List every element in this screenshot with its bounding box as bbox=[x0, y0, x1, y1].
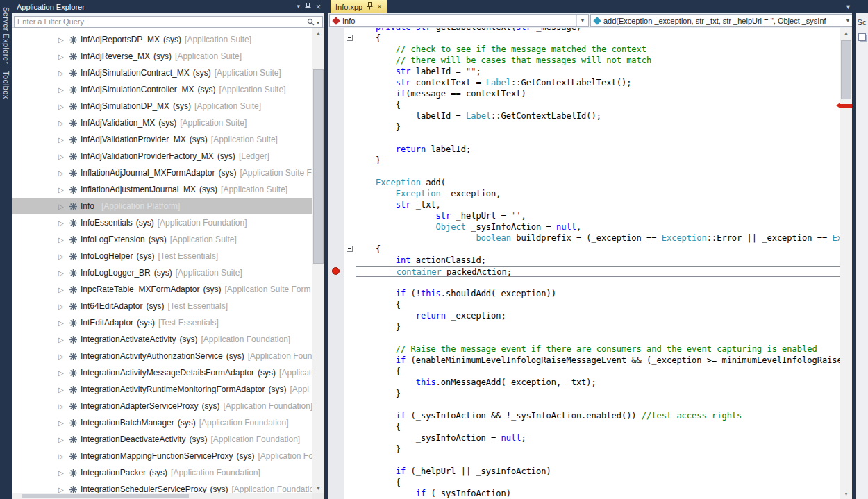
code-line[interactable]: str _helpUrl = '', bbox=[328, 210, 840, 221]
code-line[interactable]: Exception add( bbox=[328, 177, 840, 188]
tree-item[interactable]: ▷ InfAdjSimulationDP_MX (sys) [Applicati… bbox=[12, 98, 312, 115]
tree-item[interactable]: ▷ InfoLogHelper (sys) [Test Essentials] bbox=[12, 248, 312, 264]
code-line[interactable]: } bbox=[328, 321, 840, 332]
code-line[interactable]: if (_helpUrl || _sysInfoAction) bbox=[328, 466, 840, 477]
expand-arrow-icon[interactable]: ▷ bbox=[58, 386, 69, 394]
expand-arrow-icon[interactable]: ▷ bbox=[58, 86, 69, 94]
breakpoint-gutter[interactable] bbox=[328, 255, 344, 266]
breakpoint-gutter[interactable] bbox=[328, 466, 344, 477]
expand-arrow-icon[interactable]: ▷ bbox=[58, 286, 69, 294]
member-dropdown[interactable]: add(Exception _exception, str _txt, str … bbox=[590, 14, 854, 27]
fold-gutter[interactable] bbox=[344, 266, 356, 277]
fold-gutter[interactable] bbox=[344, 443, 356, 455]
fold-gutter[interactable] bbox=[344, 388, 356, 399]
breakpoint-gutter[interactable] bbox=[328, 199, 344, 210]
tree-item[interactable]: ▷ IntegrationActivityRuntimeMonitoringFo… bbox=[12, 381, 312, 398]
breakpoint-gutter[interactable] bbox=[328, 144, 344, 155]
tree-item[interactable]: ▷ InpcRateTable_MXFormAdaptor (sys) [App… bbox=[12, 281, 312, 298]
tab-info-xpp[interactable]: Info.xpp × bbox=[331, 0, 387, 13]
code-line[interactable]: Exception _exception, bbox=[328, 188, 840, 199]
breakpoint-gutter[interactable] bbox=[328, 399, 344, 410]
scroll-down-icon[interactable]: ▾ bbox=[312, 483, 324, 493]
window-position-icon[interactable]: ▾ bbox=[297, 3, 300, 10]
fold-gutter[interactable] bbox=[344, 332, 356, 344]
type-dropdown[interactable]: Info ▼ bbox=[329, 14, 589, 27]
fold-gutter[interactable] bbox=[344, 99, 356, 110]
tree-item[interactable]: ▷ IntEditAdaptor (sys) [Test Essentials] bbox=[12, 314, 312, 331]
code-line[interactable]: } bbox=[328, 388, 840, 399]
tree-item[interactable]: ▷ Info [Application Platform] bbox=[12, 198, 312, 214]
breakpoint-gutter[interactable] bbox=[328, 332, 344, 344]
code-line[interactable]: } bbox=[328, 121, 840, 133]
fold-gutter[interactable] bbox=[344, 321, 356, 332]
fold-gutter[interactable] bbox=[344, 166, 356, 177]
code-line[interactable]: { bbox=[328, 477, 840, 488]
code-line[interactable]: // Raise the message event if there are … bbox=[328, 344, 840, 355]
fold-gutter[interactable] bbox=[344, 244, 356, 255]
tab-server-explorer[interactable]: Server Explorer bbox=[2, 7, 10, 64]
breakpoint-gutter[interactable] bbox=[328, 488, 344, 499]
fold-collapse-icon[interactable] bbox=[347, 35, 353, 41]
tree-item[interactable]: ▷ IntegrationAdapterServiceProxy (sys) [… bbox=[12, 398, 312, 414]
search-icon[interactable] bbox=[307, 16, 315, 28]
tree-item[interactable]: ▷ IntegrationActivityAuthorizationServic… bbox=[12, 348, 312, 364]
code-line[interactable]: { bbox=[328, 421, 840, 432]
tree-item[interactable]: ▷ InflationAdjJournal_MXFormAdaptor (sys… bbox=[12, 164, 312, 181]
scroll-up-icon[interactable]: ▴ bbox=[840, 28, 852, 38]
tree-item[interactable]: ▷ IntegrationActivityMessageDetailsFormA… bbox=[12, 364, 312, 381]
code-line[interactable]: { bbox=[328, 244, 840, 255]
code-line[interactable]: // check to see if the message matched t… bbox=[328, 44, 840, 55]
right-tool-strip[interactable]: Sc bbox=[856, 13, 868, 499]
pin-icon[interactable] bbox=[305, 3, 311, 10]
expand-arrow-icon[interactable]: ▷ bbox=[58, 253, 69, 260]
breakpoint-gutter[interactable] bbox=[328, 432, 344, 443]
breakpoint-gutter[interactable] bbox=[328, 99, 344, 110]
breakpoint-gutter[interactable] bbox=[328, 110, 344, 121]
breakpoint-gutter[interactable] bbox=[328, 177, 344, 188]
code-line[interactable]: if (_sysInfoAction) bbox=[328, 488, 840, 499]
fold-gutter[interactable] bbox=[344, 277, 356, 288]
breakpoint-gutter[interactable] bbox=[328, 166, 344, 177]
expand-arrow-icon[interactable]: ▷ bbox=[58, 303, 69, 310]
expand-arrow-icon[interactable]: ▷ bbox=[58, 319, 69, 327]
breakpoint-gutter[interactable] bbox=[328, 44, 344, 55]
expand-arrow-icon[interactable]: ▷ bbox=[58, 219, 69, 227]
breakpoint-gutter[interactable] bbox=[328, 477, 344, 488]
code-line[interactable]: labelId = Label::GetContextLabelId(); bbox=[328, 110, 840, 121]
editor-scroll-thumb[interactable] bbox=[841, 40, 851, 99]
code-line[interactable]: return _exception; bbox=[328, 310, 840, 321]
expand-arrow-icon[interactable]: ▷ bbox=[58, 369, 69, 377]
code-line[interactable]: { bbox=[328, 99, 840, 110]
fold-gutter[interactable] bbox=[344, 188, 356, 199]
fold-gutter[interactable] bbox=[344, 155, 356, 166]
tree-hscroll-thumb[interactable] bbox=[22, 494, 189, 498]
breakpoint-gutter[interactable] bbox=[328, 299, 344, 310]
search-options-caret-icon[interactable]: ▾ bbox=[317, 19, 319, 26]
fold-gutter[interactable] bbox=[344, 44, 356, 55]
fold-gutter[interactable] bbox=[344, 432, 356, 443]
scroll-up-icon[interactable]: ▴ bbox=[312, 28, 324, 38]
fold-gutter[interactable] bbox=[344, 255, 356, 266]
code-line[interactable]: int actionClassId; bbox=[328, 255, 840, 266]
breakpoint-gutter[interactable] bbox=[328, 443, 344, 455]
breakpoint-gutter[interactable] bbox=[328, 133, 344, 144]
breakpoint-gutter[interactable] bbox=[328, 266, 344, 277]
breakpoint-gutter[interactable] bbox=[328, 321, 344, 332]
code-line[interactable]: Object _sysInfoAction = null, bbox=[328, 221, 840, 232]
code-line[interactable]: // there will be cases that messages wil… bbox=[328, 55, 840, 66]
code-line[interactable]: return labelId; bbox=[328, 144, 840, 155]
aot-tree[interactable]: ▷ InfAdjReportsDP_MX (sys) [Application … bbox=[12, 28, 312, 493]
close-icon[interactable]: × bbox=[377, 3, 381, 10]
code-line[interactable] bbox=[328, 332, 840, 344]
expand-arrow-icon[interactable]: ▷ bbox=[58, 36, 69, 44]
expand-arrow-icon[interactable]: ▷ bbox=[58, 53, 69, 60]
expand-arrow-icon[interactable]: ▷ bbox=[58, 186, 69, 194]
code-line[interactable]: { bbox=[328, 299, 840, 310]
tree-item[interactable]: ▷ InfAdjValidation_MX (sys) [Application… bbox=[12, 115, 312, 131]
expand-arrow-icon[interactable]: ▷ bbox=[58, 269, 69, 277]
breakpoint-gutter[interactable] bbox=[328, 455, 344, 466]
fold-gutter[interactable] bbox=[344, 344, 356, 355]
code-line[interactable]: } bbox=[328, 155, 840, 166]
fold-gutter[interactable] bbox=[344, 33, 356, 44]
fold-gutter[interactable] bbox=[344, 232, 356, 244]
